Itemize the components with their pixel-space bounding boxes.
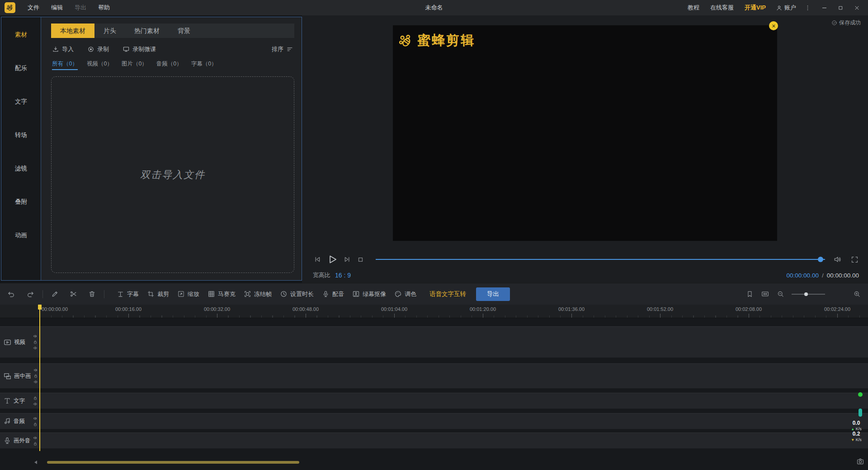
online-support-link[interactable]: 在线客服	[705, 4, 739, 12]
lock-icon[interactable]	[33, 374, 38, 378]
sidebar-item-text[interactable]: 文字	[15, 98, 27, 106]
seek-handle[interactable]	[818, 257, 823, 262]
tab-background[interactable]: 背景	[169, 24, 199, 38]
import-button[interactable]: 导入	[52, 45, 74, 53]
vip-button[interactable]: 开通VIP	[739, 4, 771, 12]
sidebar-item-transition[interactable]: 转场	[15, 131, 27, 139]
delete-button[interactable]	[88, 290, 96, 298]
account-button[interactable]: 账户	[771, 4, 801, 12]
color-grading-button[interactable]: 调色	[390, 290, 420, 298]
filter-subtitle[interactable]: 字幕（0）	[191, 60, 217, 70]
tutorial-link[interactable]: 教程	[682, 4, 705, 12]
play-button[interactable]	[326, 254, 338, 265]
fullscreen-button[interactable]	[850, 255, 859, 264]
prev-frame-button[interactable]	[313, 255, 322, 264]
close-button[interactable]	[850, 2, 863, 13]
tab-local-material[interactable]: 本地素材	[51, 24, 94, 38]
maximize-button[interactable]	[834, 2, 847, 13]
seek-bar[interactable]	[376, 259, 825, 260]
track-voiceover-header[interactable]: 画外音	[0, 433, 40, 448]
sidebar-item-material[interactable]: 素材	[15, 31, 27, 39]
mute-icon[interactable]	[33, 416, 38, 421]
tab-hot-material[interactable]: 热门素材	[125, 24, 169, 38]
marker-button[interactable]	[746, 290, 754, 298]
zoom-button[interactable]: 缩放	[173, 290, 203, 298]
preview-panel: 保存成功 蜜蜂剪辑	[302, 15, 868, 283]
video-stage[interactable]: 蜜蜂剪辑	[393, 25, 777, 241]
menu-export[interactable]: 导出	[69, 4, 92, 12]
mute-icon[interactable]	[33, 334, 38, 338]
app-logo[interactable]	[5, 2, 15, 13]
filter-video[interactable]: 视频（0）	[87, 60, 113, 70]
menu-file[interactable]: 文件	[22, 4, 45, 12]
dubbing-button[interactable]: 配音	[318, 290, 348, 298]
more-menu-button[interactable]	[801, 5, 815, 11]
next-frame-button[interactable]	[343, 255, 352, 264]
timeline-zoom-out-button[interactable]	[777, 290, 784, 298]
crop-button[interactable]: 裁剪	[143, 290, 173, 298]
filter-audio[interactable]: 音频（0）	[156, 60, 182, 70]
horizontal-scrollbar[interactable]	[47, 461, 299, 464]
lock-icon[interactable]	[33, 396, 38, 400]
mosaic-button[interactable]: 马赛克	[203, 290, 240, 298]
edit-button[interactable]	[51, 290, 59, 298]
sort-button[interactable]: 排序	[272, 45, 293, 53]
snapshot-button[interactable]	[856, 457, 864, 465]
scrollbar-left-arrow[interactable]	[34, 461, 37, 464]
timeline-zoom-in-button[interactable]	[853, 290, 861, 298]
import-dropzone[interactable]: 双击导入文件	[51, 76, 294, 273]
track-video-lane[interactable]	[40, 327, 868, 357]
zoom-slider-handle[interactable]	[804, 292, 808, 296]
subtitle-button[interactable]: 字幕	[113, 290, 143, 298]
playhead[interactable]	[39, 305, 40, 451]
redo-button[interactable]	[26, 290, 34, 298]
sidebar-item-music[interactable]: 配乐	[15, 64, 27, 72]
freeze-frame-button[interactable]: 冻结帧	[240, 290, 276, 298]
eye-icon[interactable]	[33, 380, 38, 384]
transport-controls	[313, 254, 859, 265]
time-ruler[interactable]: 00:00:00.00 00:00:16.00 00:00:32.00 00:0…	[0, 305, 868, 318]
filter-image[interactable]: 图片（0）	[122, 60, 147, 70]
stop-button[interactable]	[356, 255, 365, 264]
fit-timeline-button[interactable]	[761, 290, 769, 298]
track-text-lane[interactable]	[40, 393, 868, 409]
undo-button[interactable]	[7, 290, 15, 298]
export-button[interactable]: 导出	[476, 287, 510, 301]
track-audio-header[interactable]: 音频	[0, 414, 40, 429]
menu-edit[interactable]: 编辑	[45, 4, 69, 12]
minimize-button[interactable]	[817, 2, 831, 13]
sidebar-item-filter[interactable]: 滤镜	[15, 164, 27, 173]
sidebar-item-animation[interactable]: 动画	[15, 231, 27, 240]
ruler-label: 00:00:32.00	[204, 306, 230, 312]
mute-icon[interactable]	[33, 436, 38, 440]
lock-icon[interactable]	[33, 340, 38, 344]
lock-icon[interactable]	[33, 442, 38, 446]
chroma-key-button[interactable]: 绿幕抠像	[348, 290, 390, 298]
top-section: 素材 配乐 文字 转场 滤镜 叠附 动画 本地素材 片头 热门素材 背景	[0, 15, 868, 283]
speech-text-button[interactable]: 语音文字互转	[429, 290, 466, 298]
eye-icon[interactable]	[33, 402, 38, 406]
filter-all[interactable]: 所有（0）	[52, 60, 78, 70]
track-audio-lane[interactable]	[40, 414, 868, 429]
sidebar-item-overlay[interactable]: 叠附	[15, 198, 27, 206]
track-pip-header[interactable]: 画中画	[0, 364, 40, 388]
tab-intro[interactable]: 片头	[94, 24, 125, 38]
track-voiceover-lane[interactable]	[40, 433, 868, 448]
split-button[interactable]	[70, 290, 77, 298]
set-duration-button[interactable]: 设置时长	[276, 290, 318, 298]
vertical-scrollbar-thumb[interactable]	[859, 409, 862, 417]
timeline-zoom-controls	[746, 290, 861, 298]
menu-help[interactable]: 帮助	[92, 4, 116, 12]
record-lesson-button[interactable]: 录制微课	[123, 45, 156, 53]
track-text-header[interactable]: 文字	[0, 393, 40, 409]
timeline-zoom-slider[interactable]	[792, 294, 825, 295]
record-button[interactable]: 录制	[87, 45, 109, 53]
track-video-header[interactable]: 视频	[0, 327, 40, 357]
lock-icon[interactable]	[33, 422, 38, 427]
aspect-ratio-value[interactable]: 16 : 9	[335, 272, 351, 279]
eye-icon[interactable]	[33, 346, 38, 350]
stage-close-button[interactable]	[769, 21, 778, 30]
track-pip-lane[interactable]	[40, 364, 868, 388]
mute-icon[interactable]	[33, 368, 38, 372]
volume-button[interactable]	[833, 255, 842, 264]
